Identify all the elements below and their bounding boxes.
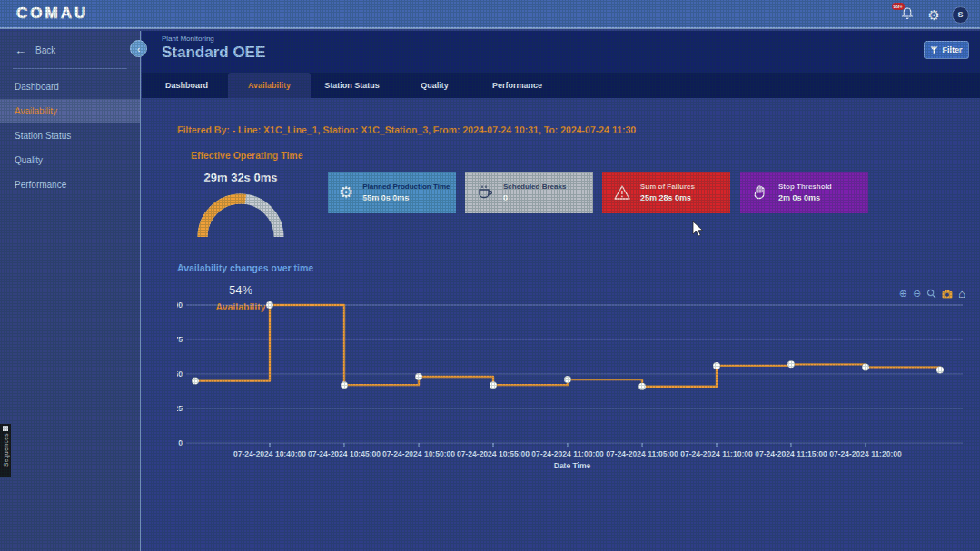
side-vertical-tab[interactable]: Sequences (0, 424, 11, 477)
sidebar-item-quality[interactable]: Quality (0, 148, 140, 172)
kpi-card-sum-of-failures[interactable]: Sum of Failures 25m 28s 0ms (602, 172, 730, 213)
svg-text:07-24-2024 10:55:00: 07-24-2024 10:55:00 (457, 449, 530, 458)
gauge-arc (195, 192, 286, 241)
back-button[interactable]: ← Back (0, 31, 140, 66)
filter-button[interactable]: Filter (924, 41, 969, 59)
coffee-cup-icon (476, 183, 494, 202)
user-avatar[interactable]: S (952, 6, 969, 24)
hand-stop-icon (751, 183, 769, 202)
availability-chart[interactable]: 025507510007-24-2024 10:40:0007-24-2024 … (177, 296, 967, 468)
kpi-value: 25m 28s 0ms (640, 193, 695, 202)
sidebar-item-station-status[interactable]: Station Status (0, 123, 140, 148)
sidebar-divider (13, 68, 127, 69)
tab-dashboard[interactable]: Dashboard (145, 73, 228, 98)
svg-text:07-24-2024 11:10:00: 07-24-2024 11:10:00 (680, 449, 753, 458)
svg-text:07-24-2024 10:40:00: 07-24-2024 10:40:00 (233, 449, 306, 458)
svg-text:07-24-2024 11:00:00: 07-24-2024 11:00:00 (531, 449, 604, 458)
tab-bar: Dashboard Availability Station Status Qu… (142, 73, 980, 98)
tab-station-status[interactable]: Station Status (311, 73, 393, 98)
kpi-value: 55m 0s 0ms (362, 193, 450, 202)
chart-title: Availability changes over time (177, 262, 313, 273)
breadcrumb: Plant Monitoring (162, 34, 214, 43)
eot-section-title: Effective Operating Time (191, 150, 303, 161)
notifications-button[interactable]: 99+ (900, 6, 916, 23)
eot-time-value: 29m 32s 0ms (186, 171, 295, 184)
page-header: Plant Monitoring Standard OEE Filter (142, 31, 980, 73)
settings-gear-icon[interactable]: ⚙ (928, 8, 940, 22)
svg-text:07-24-2024 11:20:00: 07-24-2024 11:20:00 (829, 449, 902, 458)
funnel-icon (930, 46, 938, 54)
x-axis-title: Date Time (177, 461, 967, 470)
back-arrow-icon: ← (15, 44, 26, 57)
tab-availability[interactable]: Availability (228, 73, 311, 98)
top-bar: COMAU 99+ ⚙ S (0, 0, 980, 29)
side-tab-label: Sequences (3, 433, 9, 467)
svg-text:100: 100 (177, 300, 183, 310)
tab-quality[interactable]: Quality (393, 73, 476, 98)
kpi-title: Scheduled Breaks (503, 182, 566, 191)
kpi-card-stop-threshold[interactable]: Stop Threshold 2m 0s 0ms (740, 172, 868, 213)
sidebar: ← Back Dashboard Availability Station St… (0, 31, 141, 551)
svg-text:07-24-2024 11:15:00: 07-24-2024 11:15:00 (755, 449, 827, 458)
svg-text:07-24-2024 10:45:00: 07-24-2024 10:45:00 (308, 449, 381, 458)
svg-text:75: 75 (177, 335, 183, 344)
sidebar-item-dashboard[interactable]: Dashboard (0, 74, 140, 99)
svg-text:07-24-2024 10:50:00: 07-24-2024 10:50:00 (382, 449, 455, 458)
sidebar-item-performance[interactable]: Performance (0, 172, 140, 197)
main-content: Filtered By: - Line: X1C_Line_1, Station… (142, 98, 980, 551)
svg-text:07-24-2024 11:05:00: 07-24-2024 11:05:00 (606, 449, 678, 458)
back-label: Back (35, 45, 55, 55)
kpi-value: 2m 0s 0ms (778, 193, 832, 202)
svg-text:0: 0 (178, 438, 183, 448)
side-tab-icon (3, 426, 8, 431)
kpi-title: Stop Threshold (778, 182, 832, 191)
filter-button-label: Filter (942, 45, 962, 54)
svg-text:50: 50 (177, 369, 183, 379)
chevron-left-icon: ‹ (137, 44, 141, 54)
kpi-value: 0 (503, 193, 566, 202)
kpi-card-scheduled-breaks[interactable]: Scheduled Breaks 0 (465, 172, 593, 213)
warning-triangle-icon (613, 183, 631, 202)
filtered-by-summary: Filtered By: - Line: X1C_Line_1, Station… (177, 124, 636, 135)
sidebar-collapse-button[interactable]: ‹ (130, 40, 147, 57)
kpi-title: Sum of Failures (640, 182, 695, 191)
sidebar-item-availability[interactable]: Availability (0, 99, 140, 123)
gear-icon: ⚙ (339, 184, 353, 201)
chart-canvas[interactable]: 025507510007-24-2024 10:40:0007-24-2024 … (177, 296, 967, 468)
page-title: Standard OEE (162, 44, 265, 62)
comau-logo: COMAU (16, 5, 88, 23)
availability-gauge: 29m 32s 0ms 54% Availability (186, 171, 295, 244)
gauge-percent-label: 54% (186, 283, 295, 297)
notification-badge: 99+ (892, 3, 905, 10)
app-root: COMAU 99+ ⚙ S ← Back Dashboard Availabil… (0, 0, 980, 551)
kpi-card-planned-production-time[interactable]: ⚙ Planned Production Time 55m 0s 0ms (328, 172, 456, 213)
svg-text:25: 25 (177, 404, 183, 413)
tab-performance[interactable]: Performance (476, 73, 559, 98)
kpi-title: Planned Production Time (362, 182, 450, 191)
